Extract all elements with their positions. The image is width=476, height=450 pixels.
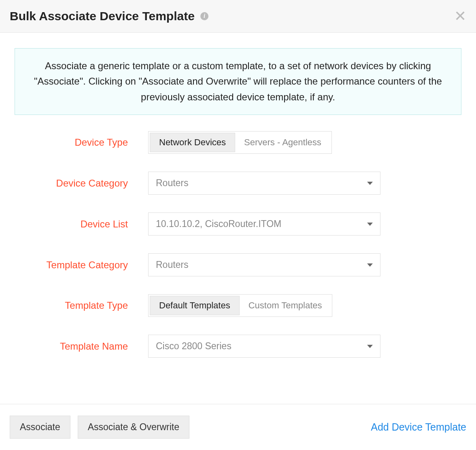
template-type-custom[interactable]: Custom Templates <box>240 296 331 315</box>
chevron-down-icon <box>367 263 373 267</box>
chevron-down-icon <box>367 223 373 226</box>
row-template-type: Template Type Default Templates Custom T… <box>15 294 461 317</box>
select-template-category-value: Routers <box>156 259 189 270</box>
select-device-list[interactable]: 10.10.10.2, CiscoRouter.ITOM <box>148 212 380 236</box>
template-type-toggle: Default Templates Custom Templates <box>148 294 332 317</box>
header-title-wrap: Bulk Associate Device Template i <box>10 9 208 23</box>
modal-title: Bulk Associate Device Template <box>10 9 195 23</box>
bulk-associate-modal: Bulk Associate Device Template i ✕ Assoc… <box>0 0 476 450</box>
modal-footer: Associate Associate & Overwrite Add Devi… <box>0 404 476 450</box>
add-device-template-link[interactable]: Add Device Template <box>371 421 466 433</box>
info-message: Associate a generic template or a custom… <box>15 48 461 115</box>
label-device-category: Device Category <box>15 178 148 189</box>
device-type-servers[interactable]: Servers - Agentless <box>235 133 330 152</box>
select-template-name[interactable]: Cisco 2800 Series <box>148 335 380 358</box>
row-device-list: Device List 10.10.10.2, CiscoRouter.ITOM <box>15 212 461 236</box>
modal-body: Associate a generic template or a custom… <box>0 33 476 404</box>
label-device-list: Device List <box>15 219 148 230</box>
close-icon[interactable]: ✕ <box>454 9 466 23</box>
row-device-type: Device Type Network Devices Servers - Ag… <box>15 131 461 154</box>
template-type-default[interactable]: Default Templates <box>150 296 240 315</box>
chevron-down-icon <box>367 182 373 185</box>
label-template-type: Template Type <box>15 300 148 311</box>
modal-header: Bulk Associate Device Template i ✕ <box>0 0 476 33</box>
select-device-category-value: Routers <box>156 178 189 189</box>
associate-overwrite-button[interactable]: Associate & Overwrite <box>78 416 189 439</box>
row-device-category: Device Category Routers <box>15 172 461 195</box>
associate-button[interactable]: Associate <box>10 416 70 439</box>
row-template-name: Template Name Cisco 2800 Series <box>15 335 461 358</box>
select-template-name-value: Cisco 2800 Series <box>156 341 232 352</box>
select-device-list-value: 10.10.10.2, CiscoRouter.ITOM <box>156 219 281 229</box>
label-template-category: Template Category <box>15 259 148 271</box>
device-type-network[interactable]: Network Devices <box>150 133 235 152</box>
device-type-toggle: Network Devices Servers - Agentless <box>148 131 332 154</box>
chevron-down-icon <box>367 345 373 348</box>
info-icon[interactable]: i <box>200 12 208 20</box>
select-device-category[interactable]: Routers <box>148 172 380 195</box>
label-device-type: Device Type <box>15 137 148 148</box>
footer-buttons: Associate Associate & Overwrite <box>10 416 189 439</box>
label-template-name: Template Name <box>15 341 148 352</box>
select-template-category[interactable]: Routers <box>148 253 380 276</box>
row-template-category: Template Category Routers <box>15 253 461 276</box>
